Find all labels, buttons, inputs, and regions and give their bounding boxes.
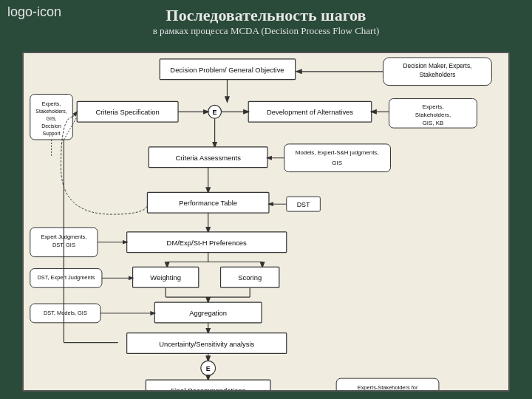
diagram-container: Decision Problem/ General Objective Deci… bbox=[22, 52, 510, 392]
svg-text:Support: Support bbox=[42, 131, 60, 137]
page-title: Последовательность шагов bbox=[0, 6, 532, 25]
svg-text:GIS,: GIS, bbox=[47, 116, 57, 121]
svg-text:Stakeholders,: Stakeholders, bbox=[415, 112, 451, 118]
svg-text:DM/Exp/St-H Preferences: DM/Exp/St-H Preferences bbox=[167, 239, 248, 247]
svg-text:DST: DST bbox=[297, 201, 310, 208]
svg-text:Decision Problem/ General Obje: Decision Problem/ General Objective bbox=[170, 66, 284, 74]
svg-text:Decision: Decision bbox=[41, 123, 61, 129]
svg-text:E: E bbox=[213, 109, 217, 116]
svg-text:Experts,: Experts, bbox=[422, 103, 443, 110]
svg-text:Scoring: Scoring bbox=[238, 273, 262, 282]
svg-text:Experts,: Experts, bbox=[42, 101, 61, 107]
svg-text:Uncertainty/Sensitivity analys: Uncertainty/Sensitivity analysis bbox=[159, 340, 254, 348]
svg-text:Development of Alternatives: Development of Alternatives bbox=[267, 108, 353, 116]
svg-text:Final Recommendations: Final Recommendations bbox=[171, 386, 246, 390]
diagram-svg: Decision Problem/ General Objective Deci… bbox=[24, 53, 508, 390]
page-subtitle: в рамках процесса MCDA (Decision Process… bbox=[0, 25, 532, 37]
svg-text:DST, Models, GIS: DST, Models, GIS bbox=[44, 310, 87, 316]
header: logo-icon Последовательность шагов в рам… bbox=[0, 0, 532, 40]
svg-text:Weighting: Weighting bbox=[150, 273, 181, 282]
svg-text:Stakeholders: Stakeholders bbox=[419, 71, 455, 78]
svg-text:Aggregation: Aggregation bbox=[189, 309, 227, 317]
svg-text:E: E bbox=[206, 365, 211, 372]
svg-text:Stakeholders,: Stakeholders, bbox=[35, 109, 66, 114]
svg-text:Models, Expert-S&H judgments,: Models, Expert-S&H judgments, bbox=[296, 149, 379, 156]
svg-text:Criteria Assessments: Criteria Assessments bbox=[176, 154, 242, 162]
svg-text:GIS: GIS bbox=[332, 160, 342, 166]
svg-text:Performance Table: Performance Table bbox=[179, 199, 237, 207]
svg-text:Decision Maker, Experts,: Decision Maker, Experts, bbox=[403, 62, 471, 69]
svg-text:GIS, KB: GIS, KB bbox=[423, 120, 444, 126]
logo-icon: logo-icon bbox=[7, 4, 61, 20]
svg-text:Experts-Stakeholders for: Experts-Stakeholders for bbox=[358, 384, 418, 390]
svg-text:DST, Expert Judgments: DST, Expert Judgments bbox=[37, 274, 95, 281]
svg-rect-31 bbox=[284, 144, 391, 172]
svg-text:Criteria Specification: Criteria Specification bbox=[96, 108, 160, 116]
